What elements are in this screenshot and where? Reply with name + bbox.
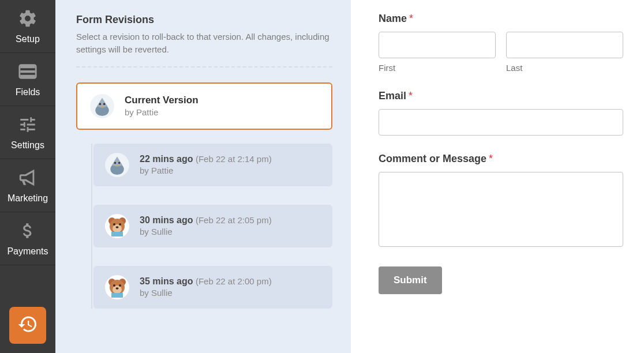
revisions-button[interactable] xyxy=(9,307,46,344)
avatar-pigeon xyxy=(105,153,129,177)
first-name-input[interactable] xyxy=(379,32,496,58)
sidebar-label-setup: Setup xyxy=(16,34,40,44)
sidebar-item-fields[interactable]: Fields xyxy=(0,53,55,106)
sidebar-label-settings: Settings xyxy=(11,140,44,151)
dollar-icon xyxy=(18,221,38,243)
sidebar-item-payments[interactable]: Payments xyxy=(0,212,55,265)
svg-point-2 xyxy=(99,103,102,105)
revision-card[interactable]: 22 mins ago (Feb 22 at 2:14 pm) by Patti… xyxy=(93,144,332,186)
avatar-bear xyxy=(105,214,129,238)
svg-point-19 xyxy=(113,284,115,287)
history-icon xyxy=(17,314,38,337)
svg-point-10 xyxy=(113,224,122,232)
name-field-group: Name* First Last xyxy=(379,13,623,73)
last-name-input[interactable] xyxy=(506,32,623,58)
first-sublabel: First xyxy=(379,63,496,73)
svg-point-21 xyxy=(116,287,119,290)
svg-point-3 xyxy=(103,103,106,105)
avatar-bear xyxy=(105,275,129,299)
email-field-group: Email* xyxy=(379,90,623,136)
revision-date: (Feb 22 at 2:05 pm) xyxy=(196,215,272,225)
bullhorn-icon xyxy=(18,168,38,190)
required-mark: * xyxy=(489,153,493,164)
list-icon xyxy=(18,62,38,84)
sidebar-label-marketing: Marketing xyxy=(8,193,48,204)
comment-textarea[interactable] xyxy=(379,172,623,247)
revision-text: 30 mins ago (Feb 22 at 2:05 pm) by Sulli… xyxy=(140,215,272,236)
comment-label-text: Comment or Message xyxy=(379,153,486,164)
revision-byline: by Sullie xyxy=(140,288,272,298)
svg-point-20 xyxy=(119,284,121,287)
name-label: Name* xyxy=(379,13,623,25)
gear-icon xyxy=(18,9,38,31)
revisions-description: Select a revision to roll-back to that v… xyxy=(76,31,332,56)
revision-date: (Feb 22 at 2:00 pm) xyxy=(196,276,272,286)
svg-rect-14 xyxy=(111,232,123,236)
sidebar-item-setup[interactable]: Setup xyxy=(0,0,55,53)
builder-sidebar: Setup Fields Settings Marketing Payments xyxy=(0,0,55,353)
form-preview: Name* First Last Email* Comment or Messa… xyxy=(351,0,644,353)
comment-label: Comment or Message* xyxy=(379,153,623,165)
sliders-icon xyxy=(18,115,38,137)
divider xyxy=(76,66,332,67)
email-input[interactable] xyxy=(379,109,623,136)
revision-byline: by Pattie xyxy=(140,166,272,175)
svg-point-12 xyxy=(119,223,121,226)
sidebar-label-payments: Payments xyxy=(7,246,48,257)
sidebar-label-fields: Fields xyxy=(16,87,40,97)
svg-point-11 xyxy=(113,223,115,226)
current-version-title: Current Version xyxy=(125,95,199,106)
required-mark: * xyxy=(409,13,413,24)
revision-timeline: 22 mins ago (Feb 22 at 2:14 pm) by Patti… xyxy=(91,144,332,309)
email-label: Email* xyxy=(379,90,623,102)
sidebar-item-settings[interactable]: Settings xyxy=(0,106,55,159)
revision-card[interactable]: 35 mins ago (Feb 22 at 2:00 pm) by Sulli… xyxy=(93,266,332,309)
revision-card[interactable]: 30 mins ago (Feb 22 at 2:05 pm) by Sulli… xyxy=(93,205,332,247)
comment-field-group: Comment or Message* xyxy=(379,153,623,249)
required-mark: * xyxy=(409,90,413,102)
submit-button[interactable]: Submit xyxy=(379,266,442,294)
current-version-card[interactable]: Current Version by Pattie xyxy=(76,82,332,130)
revision-date: (Feb 22 at 2:14 pm) xyxy=(196,154,272,164)
revision-ago: 22 mins ago xyxy=(140,154,193,164)
name-label-text: Name xyxy=(379,13,407,24)
svg-point-13 xyxy=(116,226,119,228)
svg-rect-22 xyxy=(111,293,123,298)
revision-text: 35 mins ago (Feb 22 at 2:00 pm) by Sulli… xyxy=(140,276,272,298)
svg-point-18 xyxy=(113,286,122,294)
svg-point-6 xyxy=(118,162,121,164)
last-sublabel: Last xyxy=(506,63,623,73)
revisions-heading: Form Revisions xyxy=(76,14,332,26)
current-version-text: Current Version by Pattie xyxy=(125,95,199,117)
sidebar-item-marketing[interactable]: Marketing xyxy=(0,159,55,212)
revision-ago: 35 mins ago xyxy=(140,276,193,286)
email-label-text: Email xyxy=(379,90,406,102)
revision-text: 22 mins ago (Feb 22 at 2:14 pm) by Patti… xyxy=(140,154,272,175)
revision-ago: 30 mins ago xyxy=(140,215,193,225)
avatar-pigeon xyxy=(90,94,114,118)
revision-byline: by Sullie xyxy=(140,227,272,236)
svg-point-5 xyxy=(114,162,117,164)
current-version-byline: by Pattie xyxy=(125,107,199,117)
revisions-panel: Form Revisions Select a revision to roll… xyxy=(55,0,351,353)
